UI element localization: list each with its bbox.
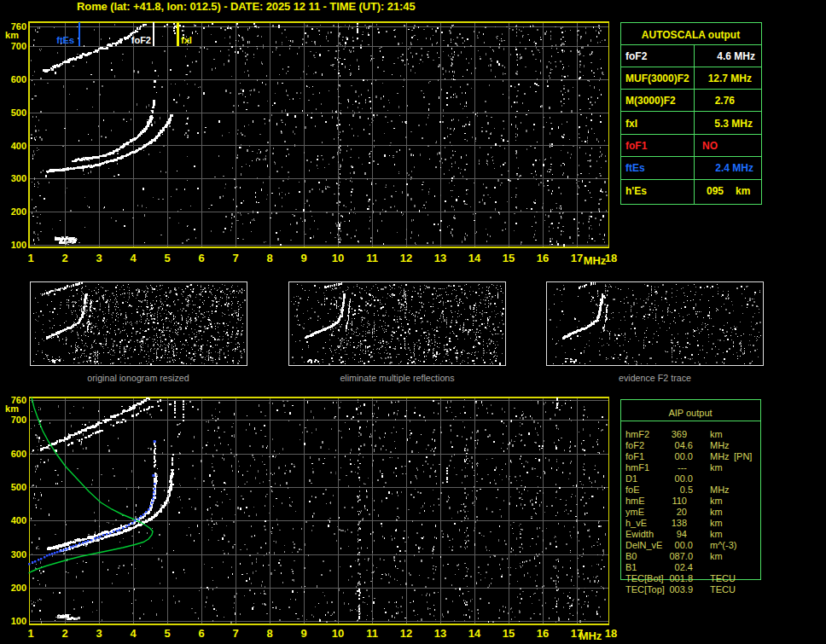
svg-text:km: km xyxy=(710,462,723,473)
svg-text:8: 8 xyxy=(266,627,272,640)
svg-text:3: 3 xyxy=(96,627,102,640)
svg-text:200: 200 xyxy=(11,583,26,593)
svg-text:NO: NO xyxy=(702,140,718,152)
svg-text:110: 110 xyxy=(672,496,687,506)
svg-text:km: km xyxy=(5,30,19,40)
svg-text:evidence F2 trace: evidence F2 trace xyxy=(619,373,691,383)
svg-text:m^(-3): m^(-3) xyxy=(710,540,736,550)
svg-text:13: 13 xyxy=(434,252,446,264)
svg-text:02.4: 02.4 xyxy=(675,562,693,572)
svg-text:D1: D1 xyxy=(625,473,637,484)
svg-text:AIP output: AIP output xyxy=(668,408,712,418)
svg-text:hmF1: hmF1 xyxy=(625,462,649,473)
svg-text:ymE: ymE xyxy=(625,507,644,517)
svg-text:700: 700 xyxy=(11,41,26,51)
svg-text:2: 2 xyxy=(61,252,67,264)
svg-text:00.0: 00.0 xyxy=(675,540,693,550)
svg-text:20: 20 xyxy=(677,507,687,517)
svg-text:138: 138 xyxy=(672,518,687,528)
svg-text:10: 10 xyxy=(332,627,344,640)
svg-text:13: 13 xyxy=(434,627,446,640)
svg-text:MHz: MHz xyxy=(584,254,607,267)
svg-text:2.76: 2.76 xyxy=(715,95,736,107)
svg-text:fxI: fxI xyxy=(181,35,192,45)
svg-text:fxI: fxI xyxy=(625,118,637,130)
svg-text:700: 700 xyxy=(11,415,26,425)
svg-text:foF1: foF1 xyxy=(625,140,648,152)
svg-text:MHz: MHz xyxy=(710,440,730,450)
svg-text:km: km xyxy=(5,403,19,414)
svg-text:500: 500 xyxy=(11,107,26,118)
svg-text:0.5: 0.5 xyxy=(680,484,693,495)
svg-text:MHz: MHz xyxy=(710,451,730,461)
svg-text:2: 2 xyxy=(61,627,67,640)
svg-text:km: km xyxy=(710,429,723,439)
svg-text:04.6: 04.6 xyxy=(675,440,693,450)
svg-text:400: 400 xyxy=(11,515,26,525)
svg-text:5.3 MHz: 5.3 MHz xyxy=(714,118,753,130)
svg-text:5: 5 xyxy=(164,252,170,264)
svg-text:Rome (lat: +41.8, lon: 012.5): Rome (lat: +41.8, lon: 012.5) - DATE: 20… xyxy=(77,0,416,13)
svg-text:18: 18 xyxy=(605,627,617,640)
svg-text:12: 12 xyxy=(400,252,412,264)
svg-text:MHz: MHz xyxy=(710,484,730,495)
svg-text:3: 3 xyxy=(96,252,102,264)
svg-text:B1: B1 xyxy=(625,562,637,572)
svg-text:MHz: MHz xyxy=(579,629,602,642)
svg-text:00.0: 00.0 xyxy=(675,473,693,484)
svg-text:km: km xyxy=(710,496,723,506)
svg-text:7: 7 xyxy=(232,252,238,264)
svg-text:18: 18 xyxy=(605,252,617,264)
svg-text:095: 095 xyxy=(707,185,724,197)
svg-text:15: 15 xyxy=(503,252,515,264)
svg-text:200: 200 xyxy=(11,206,26,217)
svg-text:500: 500 xyxy=(11,482,26,492)
svg-text:---: --- xyxy=(678,462,687,473)
svg-text:TECU: TECU xyxy=(710,573,736,583)
svg-text:15: 15 xyxy=(503,627,515,640)
svg-text:1: 1 xyxy=(27,252,33,264)
svg-text:TEC[Top]: TEC[Top] xyxy=(625,584,665,595)
svg-text:eliminate multiple reflections: eliminate multiple reflections xyxy=(340,373,454,383)
svg-text:12: 12 xyxy=(400,627,412,640)
svg-text:4.6 MHz: 4.6 MHz xyxy=(717,50,755,62)
svg-text:11: 11 xyxy=(366,252,378,264)
svg-text:400: 400 xyxy=(11,141,26,151)
svg-text:7: 7 xyxy=(232,627,238,640)
svg-text:foF2: foF2 xyxy=(625,50,648,62)
svg-text:12.7 MHz: 12.7 MHz xyxy=(708,73,752,84)
svg-text:16: 16 xyxy=(537,252,549,264)
svg-text:14: 14 xyxy=(468,252,481,264)
svg-text:MUF(3000)F2: MUF(3000)F2 xyxy=(625,73,689,84)
svg-text:00.0: 00.0 xyxy=(675,451,693,461)
svg-text:17: 17 xyxy=(571,252,583,264)
svg-text:300: 300 xyxy=(11,173,26,183)
svg-text:300: 300 xyxy=(11,549,26,560)
svg-text:AUTOSCALA output: AUTOSCALA output xyxy=(642,29,740,41)
svg-text:001.8: 001.8 xyxy=(669,573,693,583)
svg-text:003.9: 003.9 xyxy=(669,584,693,595)
svg-text:600: 600 xyxy=(11,449,26,459)
svg-text:TECU: TECU xyxy=(710,584,736,595)
svg-text:hmE: hmE xyxy=(625,496,645,506)
svg-text:ftEs: ftEs xyxy=(625,162,645,174)
svg-text:[PN]: [PN] xyxy=(734,451,752,461)
svg-text:4: 4 xyxy=(130,252,137,264)
svg-text:foF2: foF2 xyxy=(625,440,644,450)
svg-text:4: 4 xyxy=(130,627,137,640)
svg-text:B0: B0 xyxy=(625,551,637,561)
svg-text:h_vE: h_vE xyxy=(625,518,647,528)
svg-text:km: km xyxy=(710,551,723,561)
svg-text:369: 369 xyxy=(672,429,687,439)
svg-text:14: 14 xyxy=(468,627,481,640)
svg-text:2.4 MHz: 2.4 MHz xyxy=(715,162,753,174)
svg-text:ftEs: ftEs xyxy=(56,35,74,45)
svg-text:087.0: 087.0 xyxy=(669,551,693,561)
svg-text:TEC[Bot]: TEC[Bot] xyxy=(625,573,664,583)
svg-text:100: 100 xyxy=(11,616,26,626)
svg-text:6: 6 xyxy=(198,627,204,640)
svg-text:foF1: foF1 xyxy=(625,451,644,461)
svg-text:11: 11 xyxy=(366,627,378,640)
svg-text:km: km xyxy=(710,507,723,517)
svg-text:100: 100 xyxy=(11,240,26,250)
